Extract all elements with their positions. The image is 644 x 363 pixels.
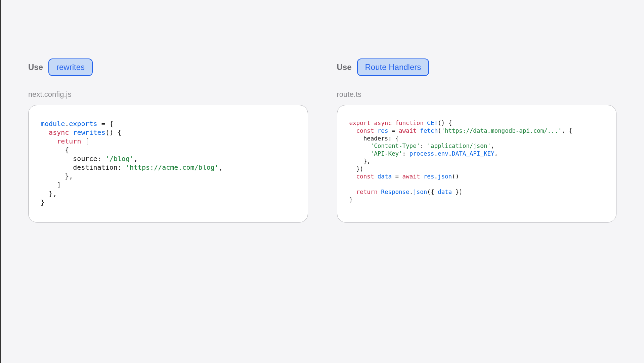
right-panel: Use Route Handlers route.ts export async… [337, 58, 617, 223]
right-use-label: Use [337, 63, 352, 72]
left-use-label: Use [28, 63, 43, 72]
left-panel-header: Use rewrites [28, 58, 308, 76]
left-code: module.exports = { async rewrites() { re… [41, 119, 296, 207]
left-filename: next.config.js [28, 90, 308, 99]
right-panel-header: Use Route Handlers [337, 58, 617, 76]
right-code: export async function GET() { const res … [349, 119, 604, 203]
right-code-box: export async function GET() { const res … [337, 105, 617, 223]
left-code-box: module.exports = { async rewrites() { re… [28, 105, 308, 223]
main-container: Use rewrites next.config.js module.expor… [1, 0, 644, 223]
left-badge-rewrites[interactable]: rewrites [48, 58, 93, 76]
right-badge-route-handlers[interactable]: Route Handlers [357, 58, 429, 76]
right-filename: route.ts [337, 90, 617, 99]
left-panel: Use rewrites next.config.js module.expor… [28, 58, 308, 223]
